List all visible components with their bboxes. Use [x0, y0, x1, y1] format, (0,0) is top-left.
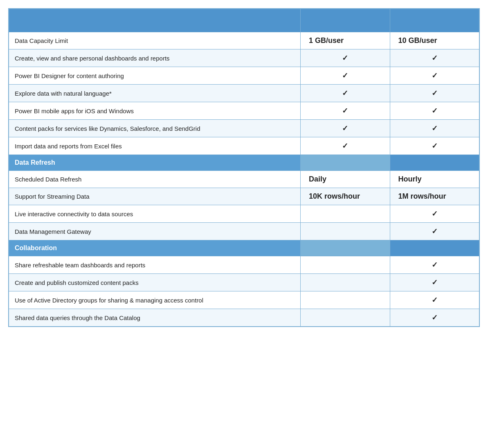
feature-cell: Power BI Designer for content authoring [9, 67, 301, 85]
feature-cell: Scheduled Data Refresh [9, 171, 301, 188]
free-cell: ✓ [301, 137, 390, 155]
free-cell: 1 GB/user [301, 32, 390, 49]
section-header-label: Data Refresh [9, 155, 301, 171]
table-row: Import data and reports from Excel files… [9, 137, 479, 155]
table-row: Explore data with natural language*✓✓ [9, 85, 479, 102]
free-cell: ✓ [301, 120, 390, 137]
header-free-col [301, 9, 390, 32]
pro-cell: ✓ [390, 291, 479, 309]
header-feature-col [9, 9, 301, 32]
pro-cell: ✓ [390, 67, 479, 85]
pro-cell: 1M rows/hour [390, 188, 479, 205]
section-header-row: Collaboration [9, 240, 479, 256]
table-row: Use of Active Directory groups for shari… [9, 291, 479, 309]
comparison-table: Data Capacity Limit1 GB/user10 GB/userCr… [8, 8, 480, 327]
section-header-free-empty [301, 155, 390, 171]
table-row: Share refreshable team dashboards and re… [9, 256, 479, 274]
free-cell: ✓ [301, 102, 390, 120]
section-header-pro-empty [390, 155, 479, 171]
table-row: Live interactive connectivity to data so… [9, 205, 479, 223]
pro-cell: ✓ [390, 120, 479, 137]
pro-cell: ✓ [390, 137, 479, 155]
feature-cell: Explore data with natural language* [9, 85, 301, 102]
pro-cell: ✓ [390, 102, 479, 120]
feature-cell: Content packs for services like Dynamics… [9, 120, 301, 137]
free-cell [301, 223, 390, 240]
feature-cell: Power BI mobile apps for iOS and Windows [9, 102, 301, 120]
table-row: Content packs for services like Dynamics… [9, 120, 479, 137]
free-cell: ✓ [301, 67, 390, 85]
pro-cell: ✓ [390, 49, 479, 67]
section-header-free-empty [301, 240, 390, 256]
table-row: Power BI Designer for content authoring✓… [9, 67, 479, 85]
table-row: Create, view and share personal dashboar… [9, 49, 479, 67]
table-row: Data Management Gateway✓ [9, 223, 479, 240]
free-cell: 10K rows/hour [301, 188, 390, 205]
pro-cell: ✓ [390, 274, 479, 291]
pro-cell: ✓ [390, 205, 479, 223]
section-header-row: Data Refresh [9, 155, 479, 171]
free-cell [301, 309, 390, 327]
feature-cell: Create and publish customized content pa… [9, 274, 301, 291]
feature-cell: Data Management Gateway [9, 223, 301, 240]
section-header-label: Collaboration [9, 240, 301, 256]
free-cell: Daily [301, 171, 390, 188]
feature-cell: Shared data queries through the Data Cat… [9, 309, 301, 327]
pro-cell: ✓ [390, 85, 479, 102]
table-row: Support for Streaming Data10K rows/hour1… [9, 188, 479, 205]
free-cell: ✓ [301, 49, 390, 67]
pro-cell: ✓ [390, 309, 479, 327]
free-cell [301, 274, 390, 291]
feature-cell: Live interactive connectivity to data so… [9, 205, 301, 223]
table-row: Create and publish customized content pa… [9, 274, 479, 291]
table-row: Data Capacity Limit1 GB/user10 GB/user [9, 32, 479, 49]
table-row: Scheduled Data RefreshDailyHourly [9, 171, 479, 188]
free-cell [301, 205, 390, 223]
table-row: Power BI mobile apps for iOS and Windows… [9, 102, 479, 120]
feature-cell: Create, view and share personal dashboar… [9, 49, 301, 67]
pro-cell: 10 GB/user [390, 32, 479, 49]
pro-cell: ✓ [390, 256, 479, 274]
feature-cell: Data Capacity Limit [9, 32, 301, 49]
free-cell [301, 291, 390, 309]
free-cell [301, 256, 390, 274]
free-cell: ✓ [301, 85, 390, 102]
table-header [9, 9, 479, 32]
pro-cell: Hourly [390, 171, 479, 188]
feature-cell: Share refreshable team dashboards and re… [9, 256, 301, 274]
section-header-pro-empty [390, 240, 479, 256]
pro-cell: ✓ [390, 223, 479, 240]
feature-cell: Import data and reports from Excel files [9, 137, 301, 155]
feature-cell: Support for Streaming Data [9, 188, 301, 205]
header-pro-col [390, 9, 479, 32]
feature-cell: Use of Active Directory groups for shari… [9, 291, 301, 309]
table-row: Shared data queries through the Data Cat… [9, 309, 479, 327]
